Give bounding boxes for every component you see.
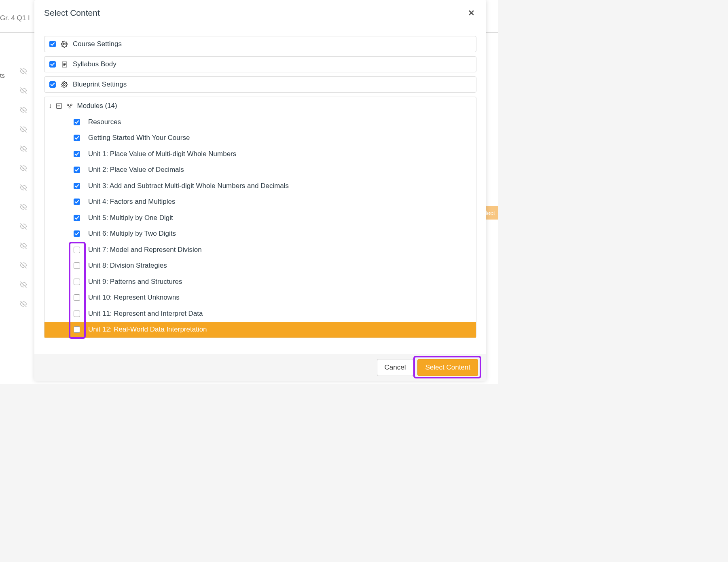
visibility-off-icon (19, 87, 28, 95)
bg-course-title-fragment: Gr. 4 Q1 I (0, 14, 30, 22)
module-checkbox[interactable] (74, 247, 80, 253)
select-content-modal: Select Content ✕ Course Settings Syllabu… (34, 0, 486, 381)
visibility-off-icon (19, 67, 28, 75)
arrow-down-icon[interactable]: ↓ (49, 102, 52, 110)
bg-visibility-column (19, 67, 29, 308)
visibility-off-icon (19, 106, 28, 114)
modules-list: ResourcesGetting Started With Your Cours… (44, 114, 476, 338)
module-row[interactable]: Unit 10: Represent Unknowns (44, 290, 476, 306)
modules-icon (66, 102, 73, 110)
visibility-off-icon (19, 125, 28, 133)
module-checkbox[interactable] (74, 215, 80, 221)
module-checkbox[interactable] (74, 199, 80, 205)
module-row[interactable]: Unit 5: Multiply by One Digit (44, 210, 476, 226)
module-row[interactable]: Unit 4: Factors and Multiples (44, 194, 476, 210)
visibility-off-icon (19, 203, 28, 211)
visibility-off-icon (19, 145, 28, 153)
blueprint-settings-checkbox[interactable] (49, 81, 56, 88)
bg-ts-fragment: ts (0, 72, 5, 79)
syllabus-body-checkbox[interactable] (49, 61, 56, 68)
modal-title: Select Content (44, 8, 100, 18)
modules-partial-checkbox[interactable] (56, 103, 62, 109)
blueprint-settings-label: Blueprint Settings (73, 80, 127, 89)
syllabus-body-label: Syllabus Body (73, 60, 116, 68)
visibility-off-icon (19, 300, 28, 308)
modules-header-label: Modules (14) (77, 102, 117, 110)
course-settings-checkbox[interactable] (49, 41, 56, 47)
module-row[interactable]: Unit 9: Patterns and Structures (44, 274, 476, 290)
module-label: Unit 4: Factors and Multiples (88, 198, 175, 206)
module-label: Unit 6: Multiply by Two Digits (88, 230, 176, 238)
visibility-off-icon (19, 184, 28, 192)
module-row[interactable]: Resources (44, 114, 476, 130)
module-row[interactable]: Unit 2: Place Value of Decimals (44, 162, 476, 178)
module-row[interactable]: Unit 12: Real-World Data Interpretation (44, 322, 476, 338)
visibility-off-icon (19, 242, 28, 250)
module-label: Unit 7: Model and Represent Division (88, 246, 202, 254)
module-row[interactable]: Unit 7: Model and Represent Division (44, 242, 476, 258)
module-checkbox[interactable] (74, 183, 80, 189)
module-label: Unit 3: Add and Subtract Multi-digit Who… (88, 182, 289, 190)
svg-point-0 (63, 43, 66, 45)
module-checkbox[interactable] (74, 311, 80, 317)
syllabus-icon (61, 61, 68, 68)
visibility-off-icon (19, 164, 28, 172)
visibility-off-icon (19, 222, 28, 230)
modal-footer: Cancel Select Content (34, 354, 486, 381)
module-checkbox[interactable] (74, 326, 80, 333)
close-icon[interactable]: ✕ (466, 6, 476, 19)
module-label: Unit 9: Patterns and Structures (88, 278, 182, 286)
module-row[interactable]: Unit 3: Add and Subtract Multi-digit Who… (44, 178, 476, 194)
blueprint-settings-row[interactable]: Blueprint Settings (44, 76, 476, 93)
select-content-button[interactable]: Select Content (417, 359, 478, 376)
visibility-off-icon (19, 281, 28, 289)
modal-body: Course Settings Syllabus Body Blueprint … (34, 26, 486, 354)
page-root: Gr. 4 Q1 I ts elect Select Content ✕ (0, 0, 498, 384)
module-checkbox[interactable] (74, 279, 80, 285)
visibility-off-icon (19, 261, 28, 269)
module-label: Unit 1: Place Value of Multi-digit Whole… (88, 150, 236, 158)
module-row[interactable]: Unit 1: Place Value of Multi-digit Whole… (44, 146, 476, 162)
module-row[interactable]: Unit 6: Multiply by Two Digits (44, 226, 476, 242)
cancel-button[interactable]: Cancel (377, 359, 414, 376)
svg-point-5 (63, 84, 66, 86)
module-checkbox[interactable] (74, 262, 80, 269)
course-settings-row[interactable]: Course Settings (44, 36, 476, 52)
module-label: Resources (88, 118, 121, 126)
module-label: Unit 10: Represent Unknowns (88, 294, 180, 302)
gear-icon (61, 40, 68, 48)
module-checkbox[interactable] (74, 151, 80, 157)
module-checkbox[interactable] (74, 167, 80, 173)
module-checkbox[interactable] (74, 294, 80, 301)
syllabus-body-row[interactable]: Syllabus Body (44, 56, 476, 72)
module-checkbox[interactable] (74, 230, 80, 237)
module-label: Unit 8: Division Strategies (88, 262, 167, 270)
modules-group: ↓ Modules (14) ResourcesGetting Started … (44, 97, 476, 338)
module-label: Unit 11: Represent and Interpret Data (88, 310, 203, 318)
module-row[interactable]: Getting Started With Your Course (44, 130, 476, 146)
modules-header-row[interactable]: ↓ Modules (14) (44, 100, 476, 114)
course-settings-label: Course Settings (73, 40, 122, 48)
modal-header: Select Content ✕ (34, 0, 486, 26)
module-row[interactable]: Unit 11: Represent and Interpret Data (44, 306, 476, 322)
svg-point-8 (69, 107, 70, 108)
module-label: Getting Started With Your Course (88, 134, 190, 142)
module-label: Unit 5: Multiply by One Digit (88, 214, 173, 222)
module-label: Unit 2: Place Value of Decimals (88, 166, 184, 174)
module-checkbox[interactable] (74, 135, 80, 141)
module-label: Unit 12: Real-World Data Interpretation (88, 325, 207, 334)
gear-icon (61, 81, 68, 88)
module-checkbox[interactable] (74, 119, 80, 125)
module-row[interactable]: Unit 8: Division Strategies (44, 258, 476, 274)
